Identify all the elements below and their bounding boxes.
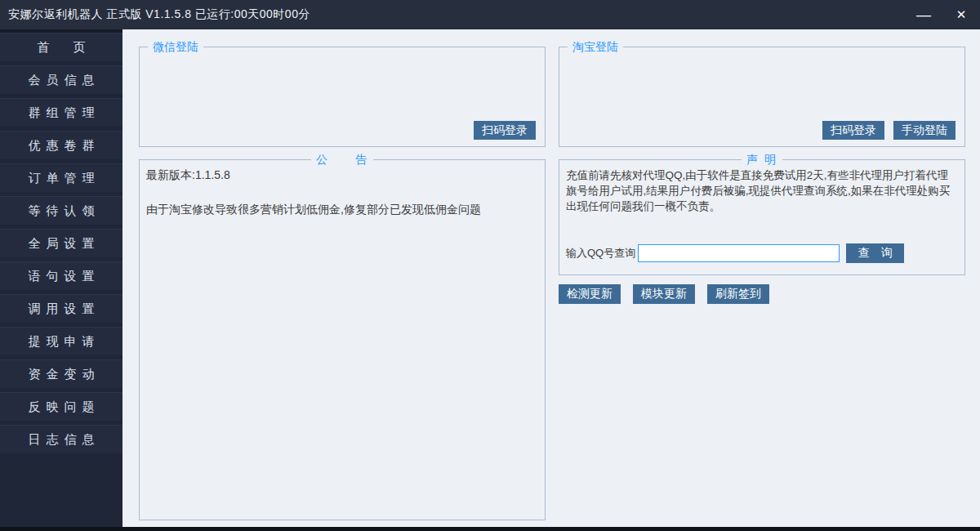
taobao-manual-login-button[interactable]: 手动登陆: [893, 121, 956, 140]
sidebar-item-coupon-groups[interactable]: 优惠卷群: [0, 131, 122, 159]
statement-group-title: 声 明: [742, 153, 782, 167]
announcement-text: 由于淘宝修改导致很多营销计划低佣金,修复部分已发现低佣金问题: [146, 203, 538, 217]
close-icon[interactable]: ✕: [942, 0, 980, 29]
main-content: 微信登陆 扫码登录 淘宝登陆 扫码登录 手动登陆 公 告 最新版本:1.1.5.…: [122, 29, 980, 527]
check-update-button[interactable]: 检测更新: [559, 284, 621, 304]
sidebar-item-call-settings[interactable]: 调用设置: [0, 294, 122, 323]
announcement-group-title: 公 告: [311, 153, 373, 167]
statement-group: 声 明 充值前请先核对代理QQ,由于软件是直接免费试用2天,有些非代理用户打着代…: [559, 159, 965, 275]
sidebar-item-group-management[interactable]: 群组管理: [0, 98, 122, 127]
announcement-group: 公 告 最新版本:1.1.5.8 由于淘宝修改导致很多营销计划低佣金,修复部分已…: [139, 159, 546, 520]
qq-query-label: 输入QQ号查询: [566, 246, 635, 261]
window-bottom-border: [0, 527, 980, 531]
sidebar-item-fund-changes[interactable]: 资金变动: [0, 359, 122, 388]
action-buttons-row: 检测更新 模块更新 刷新签到: [559, 284, 769, 304]
sidebar-item-global-settings[interactable]: 全局设置: [0, 229, 122, 257]
qq-query-row: 输入QQ号查询 查 询: [566, 243, 904, 263]
wechat-login-group: 微信登陆 扫码登录: [139, 47, 546, 147]
app-window: 安娜尔返利机器人 正式版 V1.1.5.8 已运行:00天00时00分 — ✕ …: [0, 0, 980, 531]
taobao-login-group: 淘宝登陆 扫码登录 手动登陆: [559, 47, 965, 147]
module-update-button[interactable]: 模块更新: [633, 284, 695, 304]
sidebar-item-log-info[interactable]: 日志信息: [0, 425, 122, 453]
titlebar: 安娜尔返利机器人 正式版 V1.1.5.8 已运行:00天00时00分 — ✕: [0, 0, 980, 29]
statement-text: 充值前请先核对代理QQ,由于软件是直接免费试用2天,有些非代理用户打着代理旗号给…: [559, 160, 964, 214]
window-title: 安娜尔返利机器人 正式版 V1.1.5.8 已运行:00天00时00分: [0, 7, 310, 22]
taobao-scan-login-button[interactable]: 扫码登录: [822, 121, 884, 140]
sidebar-item-withdrawal-request[interactable]: 提现申请: [0, 327, 122, 355]
sidebar-item-phrase-settings[interactable]: 语句设置: [0, 261, 122, 290]
sidebar-item-order-management[interactable]: 订单管理: [0, 163, 122, 192]
sidebar-item-home[interactable]: 首 页: [0, 33, 122, 61]
wechat-scan-login-button[interactable]: 扫码登录: [474, 121, 536, 140]
sidebar: 首 页 会员信息 群组管理 优惠卷群 订单管理 等待认领 全局设置 语句设置 调…: [0, 29, 122, 527]
wechat-login-group-title: 微信登陆: [148, 40, 203, 54]
qq-query-button[interactable]: 查 询: [846, 243, 904, 263]
minimize-icon[interactable]: —: [905, 0, 942, 29]
window-controls: — ✕: [905, 0, 980, 29]
sidebar-item-member-info[interactable]: 会员信息: [0, 65, 122, 94]
announcement-version-line: 最新版本:1.1.5.8: [146, 168, 538, 183]
taobao-login-group-title: 淘宝登陆: [568, 40, 623, 54]
sidebar-item-feedback-issues[interactable]: 反映问题: [0, 392, 122, 421]
qq-query-input[interactable]: [638, 244, 840, 262]
sidebar-item-pending-claims[interactable]: 等待认领: [0, 196, 122, 225]
announcement-body: 最新版本:1.1.5.8 由于淘宝修改导致很多营销计划低佣金,修复部分已发现低佣…: [140, 160, 545, 225]
refresh-signin-button[interactable]: 刷新签到: [707, 284, 769, 304]
